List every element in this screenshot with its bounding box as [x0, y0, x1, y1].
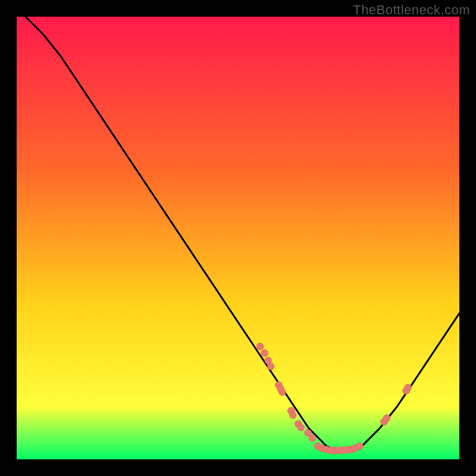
watermark-text: TheBottleneck.com: [353, 2, 470, 18]
chart-area: [17, 17, 459, 459]
gradient-background: [17, 17, 459, 459]
data-point: [309, 434, 316, 441]
data-point: [267, 363, 274, 370]
data-point: [298, 424, 305, 431]
data-point: [256, 343, 264, 350]
chart-svg: [17, 17, 459, 459]
data-point: [405, 384, 412, 392]
data-point: [278, 389, 286, 396]
data-point: [356, 443, 364, 450]
data-point: [289, 412, 296, 419]
data-point: [383, 415, 390, 422]
data-point: [261, 349, 268, 356]
